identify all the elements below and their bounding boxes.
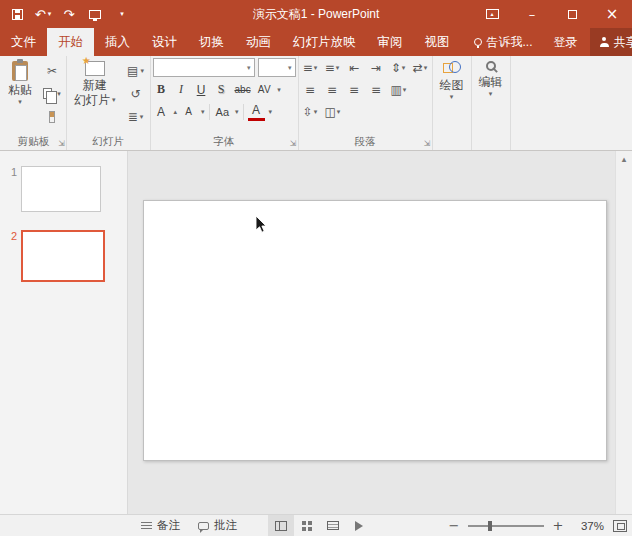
fit-to-window-button[interactable]: [613, 520, 627, 532]
zoom-slider[interactable]: [468, 525, 544, 527]
new-slide-button[interactable]: ★ 新建 幻灯片▾: [69, 58, 121, 108]
ribbon-tab-bar: 文件 开始 插入 设计 切换 动画 幻灯片放映 审阅 视图 告诉我... 登录 …: [0, 28, 632, 56]
text-direction-icon: ⇄: [413, 62, 423, 74]
slide-sorter-button[interactable]: [294, 515, 320, 536]
line-spacing-icon: ⇕: [391, 62, 401, 74]
font-dialog-launcher[interactable]: ⇲: [290, 140, 297, 148]
layout-button[interactable]: ▤▾: [124, 60, 148, 81]
chevron-down-icon: ▾: [120, 10, 124, 18]
section-button[interactable]: ≣▾: [124, 106, 148, 127]
bullets-dropdown-icon: ▾: [314, 64, 318, 72]
line-spacing-button[interactable]: ⇕▾: [389, 58, 408, 77]
change-case-button[interactable]: Aa: [214, 102, 231, 121]
zoom-slider-thumb[interactable]: [488, 521, 492, 531]
vertical-scrollbar[interactable]: ▴: [615, 151, 632, 514]
slideshow-monitor-icon: [89, 10, 101, 19]
justify-button[interactable]: ≡: [367, 80, 386, 99]
bullets-button[interactable]: ≡▾: [301, 58, 320, 77]
drawing-button[interactable]: 绘图 ▾: [435, 58, 469, 102]
slide-thumbnail-2[interactable]: [21, 230, 105, 282]
notes-button[interactable]: 备注: [132, 515, 189, 536]
start-slideshow-button[interactable]: [82, 0, 108, 28]
text-shadow-button[interactable]: S: [213, 80, 230, 99]
drawing-group: 绘图 ▾: [433, 56, 472, 150]
undo-button[interactable]: ↶▾: [30, 0, 56, 28]
tab-animations[interactable]: 动画: [235, 28, 282, 56]
align-text-button[interactable]: ⇳▾: [301, 102, 320, 121]
align-left-button[interactable]: ≡: [301, 80, 320, 99]
tab-insert[interactable]: 插入: [94, 28, 141, 56]
close-button[interactable]: ×: [592, 0, 632, 28]
share-button[interactable]: 共享: [590, 28, 632, 56]
tab-view[interactable]: 视图: [414, 28, 461, 56]
numbering-button[interactable]: ≡▾: [323, 58, 342, 77]
font-size-select[interactable]: ▾: [258, 58, 296, 77]
tab-slideshow[interactable]: 幻灯片放映: [282, 28, 367, 56]
person-icon: [600, 37, 609, 47]
bold-button[interactable]: B: [153, 80, 170, 99]
ribbon-display-options-button[interactable]: ▴: [472, 0, 512, 28]
tell-me-search[interactable]: 告诉我...: [465, 28, 542, 56]
normal-view-button[interactable]: [268, 515, 294, 536]
zoom-percent[interactable]: 37%: [572, 520, 604, 532]
slide-1-row: 1: [5, 166, 117, 212]
editing-group: 编辑 ▾: [472, 56, 511, 150]
scroll-up-icon[interactable]: ▴: [622, 155, 627, 164]
tab-design[interactable]: 设计: [141, 28, 188, 56]
paste-button[interactable]: 粘贴 ▾: [3, 58, 37, 107]
strikethrough-button[interactable]: abc: [233, 80, 253, 99]
decrease-indent-button[interactable]: ⇤: [345, 58, 364, 77]
ribbon-display-icon: ▴: [486, 9, 499, 19]
zoom-out-button[interactable]: −: [447, 518, 461, 533]
zoom-in-button[interactable]: +: [551, 518, 565, 533]
editing-dropdown-icon: ▾: [489, 91, 493, 99]
align-center-button[interactable]: ≡: [323, 80, 342, 99]
reading-view-button[interactable]: [320, 515, 346, 536]
tab-home[interactable]: 开始: [47, 28, 94, 56]
clipboard-group-label: 剪贴板: [18, 135, 50, 149]
tab-review[interactable]: 审阅: [367, 28, 414, 56]
redo-button[interactable]: ↷: [56, 0, 82, 28]
cut-button[interactable]: ✂: [40, 60, 64, 81]
maximize-button[interactable]: [552, 0, 592, 28]
increase-indent-button[interactable]: ⇥: [367, 58, 386, 77]
sign-in-button[interactable]: 登录: [542, 28, 590, 56]
view-switcher: [268, 515, 372, 536]
section-icon: ≣: [128, 110, 138, 124]
italic-button[interactable]: I: [173, 80, 190, 99]
shrink-font-button[interactable]: A: [180, 102, 197, 121]
font-group: ▾ ▾ B I U S abc AV ▾ A ▴ A ▾: [151, 56, 299, 150]
character-spacing-button[interactable]: AV: [256, 80, 274, 99]
minimize-button[interactable]: –: [512, 0, 552, 28]
format-painter-button[interactable]: [40, 106, 64, 127]
numbering-icon: ≡: [325, 62, 335, 74]
statusbar: 备注 批注 − + 37%: [0, 514, 632, 536]
slide-canvas[interactable]: [143, 200, 607, 461]
slide-thumbnail-1[interactable]: [21, 166, 101, 212]
underline-button[interactable]: U: [193, 80, 210, 99]
undo-icon: ↶: [35, 8, 46, 21]
align-right-button[interactable]: ≡: [345, 80, 364, 99]
paste-icon: [12, 61, 28, 81]
slideshow-view-button[interactable]: [346, 515, 372, 536]
maximize-icon: [568, 10, 577, 19]
copy-button[interactable]: ▾: [40, 83, 64, 104]
editing-button[interactable]: 编辑 ▾: [474, 58, 508, 99]
tab-file[interactable]: 文件: [0, 28, 47, 56]
paste-label: 粘贴: [8, 84, 32, 97]
customize-qat-button[interactable]: ▾: [108, 0, 134, 28]
convert-smartart-button[interactable]: ◫▾: [323, 102, 343, 121]
save-button[interactable]: [4, 0, 30, 28]
tab-transitions[interactable]: 切换: [188, 28, 235, 56]
tell-me-label: 告诉我...: [487, 34, 533, 51]
font-group-label: 字体: [214, 135, 235, 149]
comments-button[interactable]: 批注: [189, 515, 246, 536]
font-name-select[interactable]: ▾: [153, 58, 255, 77]
grow-font-button[interactable]: A: [153, 102, 170, 121]
paragraph-dialog-launcher[interactable]: ⇲: [424, 140, 431, 148]
font-color-button[interactable]: A: [248, 102, 265, 121]
clipboard-dialog-launcher[interactable]: ⇲: [58, 140, 65, 148]
text-direction-button[interactable]: ⇄▾: [411, 58, 430, 77]
reset-button[interactable]: ↺: [124, 83, 148, 104]
columns-button[interactable]: ▥▾: [389, 80, 409, 99]
